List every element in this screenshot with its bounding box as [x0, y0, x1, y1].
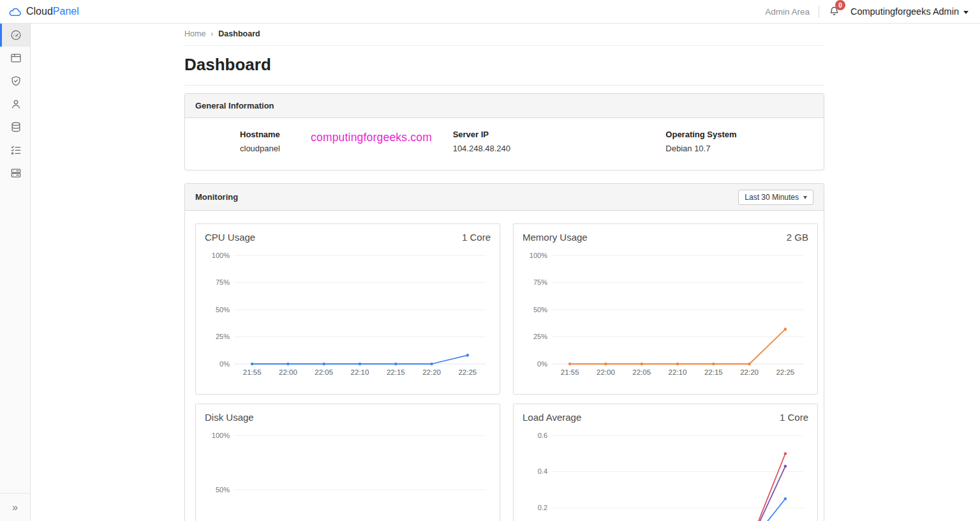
monitoring-header: Monitoring Last 30 Minutes	[185, 184, 824, 211]
time-range-label: Last 30 Minutes	[745, 193, 799, 202]
notifications-button[interactable]: 0	[828, 3, 840, 20]
sidebar-item-databases[interactable]	[0, 116, 30, 139]
general-information-header: General Information	[185, 94, 824, 118]
svg-text:100%: 100%	[212, 252, 230, 259]
load-average-chart-unit: 1 Core	[780, 412, 808, 423]
svg-text:50%: 50%	[216, 486, 230, 494]
server-ip-label: Server IP	[453, 130, 611, 139]
svg-text:22:20: 22:20	[740, 368, 759, 376]
svg-text:22:10: 22:10	[351, 368, 369, 376]
cpu-usage-chart-plot: 0%25%50%75%100%21:5522:0022:0522:1022:15…	[205, 245, 491, 381]
svg-text:22:25: 22:25	[458, 368, 477, 376]
user-icon	[10, 98, 22, 110]
cpu-usage-chart-card: CPU Usage 1 Core 0%25%50%75%100%21:5522:…	[195, 223, 500, 395]
shield-check-icon	[10, 75, 22, 87]
window-icon	[10, 52, 22, 64]
svg-text:21:55: 21:55	[561, 368, 579, 376]
hostname-field: Hostname cloudpanel	[185, 130, 398, 153]
cpu-usage-chart: 0%25%50%75%100%21:5522:0022:0522:1022:15…	[205, 245, 491, 381]
sidebar-expand-button[interactable]: »	[0, 493, 30, 521]
svg-text:100%: 100%	[530, 252, 547, 259]
cpu-usage-chart-title: CPU Usage	[205, 232, 255, 243]
admin-area-link[interactable]: Admin Area	[765, 7, 810, 17]
breadcrumb: Home › Dashboard	[184, 24, 824, 46]
memory-usage-chart-card: Memory Usage 2 GB 0%25%50%75%100%21:5522…	[513, 223, 818, 395]
svg-text:50%: 50%	[533, 306, 547, 313]
load-average-chart-card: Load Average 1 Core 00.20.40.621:5522:00…	[513, 404, 818, 521]
svg-text:21:55: 21:55	[243, 368, 262, 376]
memory-usage-chart: 0%25%50%75%100%21:5522:0022:0522:1022:15…	[523, 245, 808, 381]
charts-grid: CPU Usage 1 Core 0%25%50%75%100%21:5522:…	[185, 211, 824, 521]
monitoring-panel: Monitoring Last 30 Minutes CPU Usage 1 C…	[184, 183, 824, 521]
general-information-title: General Information	[195, 101, 274, 110]
server-icon	[10, 167, 22, 179]
svg-text:0%: 0%	[219, 360, 230, 368]
operating-system-value: Debian 10.7	[665, 144, 824, 153]
sidebar-item-sites[interactable]	[0, 47, 30, 70]
user-menu-label: Computingforgeeks Admin	[850, 6, 959, 17]
brand-name: CloudPanel	[26, 6, 79, 17]
server-ip-field: Server IP 104.248.48.240	[398, 130, 611, 153]
svg-text:22:25: 22:25	[776, 368, 794, 376]
double-chevron-right-icon: »	[12, 502, 18, 513]
svg-text:25%: 25%	[216, 333, 230, 340]
disk-usage-chart: 0%50%100%21:5522:0022:0522:1022:1522:202…	[205, 425, 491, 521]
memory-usage-chart-plot: 0%25%50%75%100%21:5522:0022:0522:1022:15…	[523, 245, 808, 381]
svg-text:22:15: 22:15	[704, 368, 723, 376]
time-range-dropdown[interactable]: Last 30 Minutes	[738, 190, 813, 205]
svg-text:0%: 0%	[537, 360, 547, 368]
notification-badge: 0	[835, 0, 845, 10]
breadcrumb-current: Dashboard	[218, 29, 260, 38]
topbar-divider	[819, 5, 819, 18]
svg-text:22:15: 22:15	[387, 368, 405, 376]
page-title: Dashboard	[184, 55, 824, 86]
svg-text:22:20: 22:20	[422, 368, 441, 376]
svg-text:22:00: 22:00	[597, 368, 615, 376]
checklist-icon	[10, 144, 22, 156]
svg-text:50%: 50%	[216, 306, 230, 313]
brand-logo[interactable]: CloudPanel	[8, 5, 79, 19]
svg-text:75%: 75%	[216, 278, 230, 286]
svg-text:0.4: 0.4	[538, 467, 547, 475]
cloud-logo-icon	[8, 5, 22, 19]
disk-usage-chart-plot: 0%50%100%21:5522:0022:0522:1022:1522:202…	[205, 425, 491, 521]
svg-text:22:00: 22:00	[279, 368, 297, 376]
svg-text:22:10: 22:10	[669, 368, 687, 376]
load-average-chart-title: Load Average	[523, 412, 581, 423]
sidebar: »	[0, 24, 31, 521]
user-menu[interactable]: Computingforgeeks Admin	[850, 6, 969, 17]
sidebar-item-users[interactable]	[0, 93, 30, 116]
sidebar-item-services[interactable]	[0, 139, 30, 162]
svg-text:22:05: 22:05	[315, 368, 333, 376]
hostname-label: Hostname	[240, 130, 398, 139]
sidebar-item-security[interactable]	[0, 70, 30, 93]
sidebar-item-server[interactable]	[0, 162, 30, 185]
disk-usage-chart-card: Disk Usage 0%50%100%21:5522:0022:0522:10…	[195, 404, 500, 521]
operating-system-label: Operating System	[665, 130, 824, 139]
breadcrumb-separator-icon: ›	[211, 29, 213, 38]
topbar: CloudPanel Admin Area 0 Computingforgeek…	[0, 0, 980, 24]
svg-text:100%: 100%	[212, 432, 230, 439]
monitoring-title: Monitoring	[195, 192, 238, 202]
svg-text:22:05: 22:05	[632, 368, 651, 376]
general-information-body: Hostname cloudpanel Server IP 104.248.48…	[185, 118, 824, 170]
cpu-usage-chart-unit: 1 Core	[462, 232, 491, 243]
svg-text:0.2: 0.2	[538, 504, 547, 511]
sidebar-item-dashboard[interactable]	[0, 24, 30, 47]
general-information-panel: General Information Hostname cloudpanel …	[184, 93, 824, 170]
chevron-down-icon	[803, 196, 807, 199]
svg-text:0.6: 0.6	[538, 432, 547, 439]
breadcrumb-home-link[interactable]: Home	[184, 29, 205, 38]
server-ip-value: 104.248.48.240	[453, 144, 611, 153]
svg-text:75%: 75%	[533, 278, 547, 286]
hostname-value: cloudpanel	[240, 144, 398, 153]
main-area: Home › Dashboard Dashboard General Infor…	[31, 24, 980, 521]
disk-usage-chart-title: Disk Usage	[205, 412, 254, 423]
database-icon	[10, 121, 22, 133]
dashboard-gauge-icon	[10, 29, 22, 42]
chevron-down-icon	[963, 11, 969, 14]
memory-usage-chart-unit: 2 GB	[787, 232, 808, 243]
load-average-chart: 00.20.40.621:5522:0022:0522:1022:1522:20…	[523, 425, 808, 521]
svg-text:25%: 25%	[533, 333, 547, 340]
load-average-chart-plot: 00.20.40.621:5522:0022:0522:1022:1522:20…	[523, 425, 808, 521]
